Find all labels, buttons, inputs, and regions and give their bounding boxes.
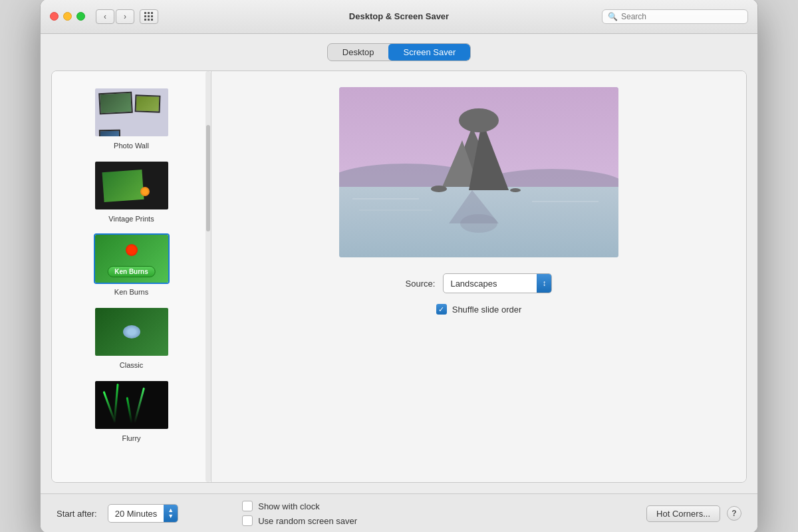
titlebar: ‹ › Desktop & Screen Saver 🔍 <box>41 0 757 34</box>
start-after-value: 20 Minutes <box>108 506 164 521</box>
screensaver-thumb-vintage-prints[interactable] <box>94 160 170 211</box>
shuffle-checkbox[interactable]: ✓ <box>436 304 447 315</box>
source-select[interactable]: Landscapes ↕ <box>443 273 552 293</box>
tab-screen-saver[interactable]: Screen Saver <box>388 44 470 61</box>
nav-buttons: ‹ › <box>96 9 134 24</box>
screensaver-label-classic: Classic <box>120 361 143 369</box>
svg-point-11 <box>510 188 521 192</box>
start-after-label: Start after: <box>57 509 97 519</box>
random-saver-row[interactable]: Use random screen saver <box>242 515 357 526</box>
list-item[interactable]: Photo Wall <box>52 82 211 155</box>
back-button[interactable]: ‹ <box>96 9 114 24</box>
tab-desktop[interactable]: Desktop <box>328 44 389 61</box>
scrollbar-track[interactable] <box>205 71 211 482</box>
svg-point-10 <box>431 186 447 192</box>
list-item[interactable]: Ken Burns Ken Burns <box>52 228 211 301</box>
show-clock-checkbox[interactable] <box>242 501 253 511</box>
source-row: Source: Landscapes ↕ <box>406 273 553 293</box>
traffic-lights <box>50 12 85 21</box>
close-button[interactable] <box>50 12 59 21</box>
minimize-button[interactable] <box>63 12 72 21</box>
screensaver-thumb-photo-wall[interactable] <box>94 87 170 138</box>
screensaver-thumb-classic[interactable] <box>94 307 170 357</box>
help-button[interactable]: ? <box>727 506 741 521</box>
controls-area: Source: Landscapes ↕ ✓ Shuffle slide ord… <box>227 273 730 315</box>
tab-group: Desktop Screen Saver <box>327 43 471 61</box>
screensaver-label-flurry: Flurry <box>122 434 140 442</box>
list-item[interactable]: Vintage Prints <box>52 155 211 228</box>
svg-point-9 <box>460 214 497 233</box>
window-title: Desktop & Screen Saver <box>349 11 449 21</box>
main-window: ‹ › Desktop & Screen Saver 🔍 Desktop Scr… <box>40 0 758 532</box>
preview-svg <box>339 87 618 257</box>
search-box[interactable]: 🔍 <box>602 9 748 24</box>
screensaver-list[interactable]: Photo Wall Vintage Prints <box>52 71 211 482</box>
start-after-select[interactable]: 20 Minutes ▲▼ <box>108 504 179 523</box>
search-input[interactable] <box>621 12 742 21</box>
search-icon: 🔍 <box>608 12 618 21</box>
scrollbar-thumb[interactable] <box>206 125 210 231</box>
shuffle-checkbox-row[interactable]: ✓ Shuffle slide order <box>436 304 522 315</box>
left-panel: Photo Wall Vintage Prints <box>52 71 211 482</box>
source-label: Source: <box>406 279 436 289</box>
forward-button[interactable]: › <box>116 9 134 24</box>
screensaver-label-ken-burns: Ken Burns <box>114 288 148 296</box>
screensaver-label-vintage-prints: Vintage Prints <box>108 215 154 223</box>
grid-view-button[interactable] <box>140 9 158 24</box>
start-after-arrow-icon[interactable]: ▲▼ <box>164 505 178 522</box>
bottom-right: Hot Corners... ? <box>646 505 741 522</box>
source-select-arrow-icon[interactable]: ↕ <box>537 274 551 293</box>
random-saver-checkbox[interactable] <box>242 515 253 526</box>
tabs-bar: Desktop Screen Saver <box>41 34 757 70</box>
bottom-bar: Start after: 20 Minutes ▲▼ Show with clo… <box>41 493 757 532</box>
svg-point-7 <box>459 108 499 132</box>
ken-burns-badge: Ken Burns <box>107 266 156 277</box>
hot-corners-button[interactable]: Hot Corners... <box>646 505 720 522</box>
right-panel: Source: Landscapes ↕ ✓ Shuffle slide ord… <box>211 71 746 482</box>
screensaver-label-photo-wall: Photo Wall <box>114 142 149 150</box>
list-item[interactable]: Classic <box>52 301 211 374</box>
maximize-button[interactable] <box>76 12 85 21</box>
source-select-value: Landscapes <box>444 276 537 291</box>
screensaver-thumb-ken-burns[interactable]: Ken Burns <box>94 233 170 284</box>
screensaver-thumb-flurry[interactable] <box>94 380 170 430</box>
main-content: Photo Wall Vintage Prints <box>51 70 747 483</box>
list-item[interactable]: Flurry <box>52 374 211 448</box>
shuffle-label: Shuffle slide order <box>452 305 522 315</box>
bottom-checkboxes: Show with clock Use random screen saver <box>242 501 357 526</box>
preview-image <box>339 87 618 257</box>
show-clock-label: Show with clock <box>258 501 319 511</box>
random-saver-label: Use random screen saver <box>258 516 357 526</box>
show-clock-row[interactable]: Show with clock <box>242 501 357 511</box>
